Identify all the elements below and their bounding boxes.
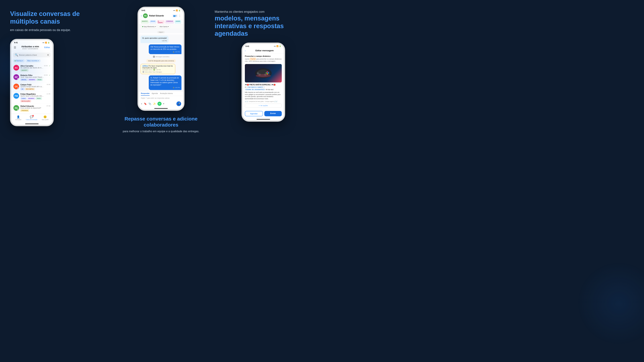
conv-content: Felipe Magalhães 11:36 Quero fazer a dev… (20, 93, 50, 102)
conv-content: Caique Feijó 16:46 Quanto tempo levará a… (20, 84, 50, 90)
nav-caixa-label: Caixa de entrada (26, 119, 38, 120)
svg-point-10 (266, 72, 267, 73)
conv-tags: BRASIL MEMBRO PAGO (20, 79, 48, 81)
home-bar-right (243, 118, 284, 120)
home-bar (25, 123, 38, 124)
search-icon: 🔍 (15, 53, 18, 56)
list-item[interactable]: FM Felipe Magalhães 11:36 Quero fazer a … (12, 92, 52, 104)
avatar: RF 💬 (14, 74, 19, 80)
message-incoming-1: Oi, quero aproveitar a promoção! 4:35 PM (140, 36, 168, 43)
annotation-time: 4:35 PM (156, 69, 161, 70)
whatsapp-icon[interactable]: W (158, 102, 162, 106)
schedule-button[interactable]: Agendar (245, 111, 263, 116)
chat-header: ‹ RE Rafael Eduardo 👥+ ⋮ (139, 12, 183, 19)
auto-message-label: 🤖 Mensagem automática (140, 55, 182, 58)
filter-open[interactable]: Abertas ▾ (13, 59, 25, 62)
conv-content: Rafael Eduardo 07:36 Esse produto tá dis… (20, 105, 50, 112)
nav-perfil[interactable]: 🙂 Meu perfil (42, 115, 48, 120)
send-button[interactable]: Enviar (264, 111, 282, 116)
search-input[interactable] (19, 54, 46, 56)
conv-name: Caique Feijó (20, 84, 31, 86)
tag-brasil: BRASIL (20, 79, 28, 81)
agent-label: Alice Garcia (160, 26, 168, 27)
inbox-dot (142, 26, 143, 27)
nav-contatos[interactable]: 👤 Contatos (15, 115, 21, 120)
date-pill: Hoje ▾ (157, 31, 165, 33)
tag-pago: PAGO (36, 97, 42, 99)
annotation-bubble: @Alice Por favor responda esse lead da e… (140, 64, 175, 74)
avatar: RE (14, 105, 19, 111)
author-avatar: A (142, 71, 144, 73)
msg-text: Oi, quero aproveitar a promoção! (142, 37, 167, 39)
signal-icon: ▪▪▪ (274, 45, 276, 47)
home-bar (154, 108, 168, 109)
read-check: ✓ (49, 65, 50, 67)
chevron-down-icon: ▾ (162, 31, 163, 33)
inbox-select[interactable]: Eazy Electronics ▾ (141, 25, 157, 28)
search-bar[interactable]: 🔍 ⚙ (13, 52, 51, 57)
list-item[interactable]: AC Alice Carvalho 16:36 As cadeiras são … (12, 63, 52, 73)
battery-icon: 🔋 (178, 9, 180, 11)
var-primeiro-name: {{primeiro name}} (247, 86, 264, 88)
nav-caixa[interactable]: 💬 1 Caixa de entrada (26, 115, 38, 120)
plus-icon[interactable]: + (141, 102, 142, 105)
send-button[interactable]: 🎤 (176, 101, 181, 106)
center-bottom-text: Repasse conversas e adicione colaborador… (112, 116, 210, 133)
hamburger-icon[interactable]: ☰ (14, 46, 16, 49)
list-item[interactable]: CF 📷 Caique Feijó 16:46 Quanto tempo lev… (12, 82, 52, 92)
tag-leads-chat: LEADS (174, 20, 181, 24)
agent-select[interactable]: Alice Garcia ▾ (158, 25, 170, 28)
inbox-badge: 💬 1 (30, 115, 33, 118)
tab-anotacao[interactable]: Anotação interna (160, 91, 173, 96)
conv-content: Roberto Filho 16:36 Você: Seja bem-vindo… (20, 74, 48, 81)
more-icon[interactable]: ⋮ (178, 14, 181, 17)
inbox-subtitle: 23,617 conversations (18, 48, 43, 50)
svg-rect-7 (257, 73, 259, 73)
chat-phone-mockup: 9:41 ▪▪▪ 📶 🔋 ‹ RE Rafael Eduardo 👥+ ⋮ (138, 7, 184, 111)
filter-icon[interactable]: ⚙ (47, 54, 49, 56)
back-button[interactable]: ‹ (141, 14, 142, 17)
view-options-button[interactable]: ≡ Ver opções (245, 104, 282, 108)
conv-time: 11:36 (46, 93, 50, 95)
bottom-nav: 👤 Contatos 💬 1 Caixa de entrada 🙂 Meu pe… (12, 114, 52, 122)
message-outgoing-2: Oi, Rafael! O período da promoção de Nat… (149, 75, 182, 90)
tag-shopify-chat: SHOPIFY (141, 20, 149, 24)
filter-open-label: Abertas (16, 60, 22, 62)
message-outgoing-1: Olá! Nossa promoção de Natal oferece um … (149, 44, 182, 54)
battery-icon: 🔋 (48, 42, 50, 43)
center-subtext: para melhorar o trabalho em equipe e a q… (112, 130, 210, 133)
magic-icon[interactable]: ✨ (153, 102, 156, 105)
back-button-edit[interactable]: ‹ (245, 49, 246, 52)
tab-responder[interactable]: Responder (141, 91, 150, 96)
list-item[interactable]: RF 💬 Roberto Filho 16:36 Você: Seja bem-… (12, 73, 52, 82)
annotation-label: Anotação interna (142, 69, 152, 70)
annotation-mention: @Alice (142, 65, 148, 67)
chat-input-placeholder[interactable]: Digite '/' para abrir as respostas salva… (139, 96, 183, 100)
tag-membro: MEMBRO (27, 97, 35, 99)
chat-input-area: Responder Agendar Anotação interna Digit… (139, 91, 183, 107)
status-bar-center: 9:41 ▪▪▪ 📶 🔋 (139, 8, 183, 12)
left-column: Visualize conversas de múltiplos canais … (10, 7, 107, 126)
nav-contatos-label: Contatos (15, 119, 21, 120)
time-left: 9:41 (14, 41, 18, 43)
left-subtext: em caixas de entrada pessoais ou da equi… (10, 28, 71, 32)
status-bar-left: 9:41 ▪▪▪ 📶 🔋 (12, 40, 52, 44)
action-buttons: Agendar Enviar (243, 109, 284, 118)
edit-description: Aperte field para preencher os campos di… (245, 58, 282, 62)
list-item[interactable]: RE Rafael Eduardo 07:36 Esse produto tá … (12, 104, 52, 113)
conv-tags: SHOPIFY (20, 69, 48, 71)
attach-icon[interactable]: 📎 (148, 102, 151, 105)
conversation-list: AC Alice Carvalho 16:36 As cadeiras são … (12, 63, 52, 114)
filter-recent-label: Mais recentes (27, 60, 38, 62)
greeting-text: Oi {{primeiro name}} ! (245, 86, 282, 88)
edit-msg-header: ‹ Editar mensagem (243, 48, 284, 53)
chevron-down-icon[interactable]: ▾ (163, 103, 164, 105)
edit-button[interactable]: Editar (44, 46, 50, 49)
inbox-label: Eazy Electronics (144, 26, 155, 27)
bookmark-icon[interactable]: 🔖 (144, 102, 147, 105)
filter-recent[interactable]: Mais recentes ▾ (26, 59, 40, 62)
home-bar-area (12, 122, 52, 125)
conv-time: 16:36 (44, 74, 48, 76)
conv-name: Alice Carvalho (20, 65, 33, 67)
tab-agendar[interactable]: Agendar (152, 91, 158, 96)
